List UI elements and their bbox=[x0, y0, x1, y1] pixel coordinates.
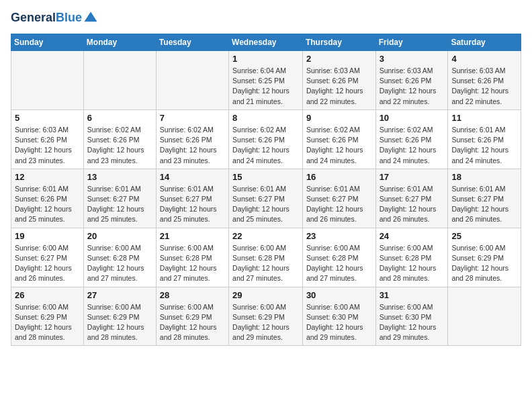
day-number: 24 bbox=[380, 231, 445, 241]
day-info: Sunrise: 6:04 AMSunset: 6:25 PMDaylight:… bbox=[232, 66, 299, 107]
day-info: Sunrise: 6:00 AMSunset: 6:30 PMDaylight:… bbox=[306, 302, 372, 343]
day-info: Sunrise: 6:02 AMSunset: 6:26 PMDaylight:… bbox=[160, 125, 225, 166]
header-cell-monday: Monday bbox=[83, 34, 156, 51]
day-cell: 11Sunrise: 6:01 AMSunset: 6:26 PMDayligh… bbox=[448, 109, 521, 169]
day-number: 11 bbox=[451, 113, 517, 123]
logo-text: GeneralBlue bbox=[11, 11, 82, 25]
calendar-table: SundayMondayTuesdayWednesdayThursdayFrid… bbox=[11, 34, 521, 346]
day-cell: 27Sunrise: 6:00 AMSunset: 6:29 PMDayligh… bbox=[83, 287, 156, 346]
header-cell-wednesday: Wednesday bbox=[229, 34, 303, 51]
day-number: 20 bbox=[87, 231, 152, 241]
week-row-0: 1Sunrise: 6:04 AMSunset: 6:25 PMDaylight… bbox=[11, 51, 521, 110]
day-info: Sunrise: 6:02 AMSunset: 6:26 PMDaylight:… bbox=[232, 125, 299, 166]
day-number: 4 bbox=[451, 54, 517, 64]
day-cell: 13Sunrise: 6:01 AMSunset: 6:27 PMDayligh… bbox=[83, 169, 156, 228]
day-cell: 24Sunrise: 6:00 AMSunset: 6:28 PMDayligh… bbox=[375, 228, 448, 287]
day-cell: 12Sunrise: 6:01 AMSunset: 6:26 PMDayligh… bbox=[11, 169, 84, 228]
day-cell bbox=[11, 51, 84, 110]
day-number: 14 bbox=[160, 172, 225, 182]
header: GeneralBlue bbox=[11, 11, 521, 26]
day-cell: 1Sunrise: 6:04 AMSunset: 6:25 PMDaylight… bbox=[229, 51, 303, 110]
day-info: Sunrise: 6:01 AMSunset: 6:26 PMDaylight:… bbox=[451, 125, 517, 166]
logo: GeneralBlue bbox=[11, 11, 98, 26]
day-cell: 5Sunrise: 6:03 AMSunset: 6:26 PMDaylight… bbox=[11, 109, 84, 169]
day-cell: 16Sunrise: 6:01 AMSunset: 6:27 PMDayligh… bbox=[302, 169, 375, 228]
day-number: 25 bbox=[451, 231, 517, 241]
day-cell: 20Sunrise: 6:00 AMSunset: 6:28 PMDayligh… bbox=[83, 228, 156, 287]
day-info: Sunrise: 6:00 AMSunset: 6:28 PMDaylight:… bbox=[380, 243, 445, 284]
day-info: Sunrise: 6:01 AMSunset: 6:27 PMDaylight:… bbox=[451, 184, 517, 225]
day-cell: 29Sunrise: 6:00 AMSunset: 6:29 PMDayligh… bbox=[229, 287, 303, 346]
day-info: Sunrise: 6:00 AMSunset: 6:27 PMDaylight:… bbox=[15, 243, 80, 284]
header-cell-sunday: Sunday bbox=[11, 34, 84, 51]
calendar-header: SundayMondayTuesdayWednesdayThursdayFrid… bbox=[11, 34, 521, 51]
week-row-1: 5Sunrise: 6:03 AMSunset: 6:26 PMDaylight… bbox=[11, 109, 521, 169]
day-info: Sunrise: 6:01 AMSunset: 6:27 PMDaylight:… bbox=[306, 184, 372, 225]
week-row-2: 12Sunrise: 6:01 AMSunset: 6:26 PMDayligh… bbox=[11, 169, 521, 228]
day-number: 27 bbox=[87, 290, 152, 300]
day-number: 2 bbox=[306, 54, 372, 64]
day-cell: 7Sunrise: 6:02 AMSunset: 6:26 PMDaylight… bbox=[156, 109, 228, 169]
day-cell: 8Sunrise: 6:02 AMSunset: 6:26 PMDaylight… bbox=[229, 109, 303, 169]
day-cell: 2Sunrise: 6:03 AMSunset: 6:26 PMDaylight… bbox=[302, 51, 375, 110]
svg-marker-0 bbox=[85, 11, 97, 21]
day-info: Sunrise: 6:00 AMSunset: 6:29 PMDaylight:… bbox=[15, 302, 80, 343]
day-info: Sunrise: 6:02 AMSunset: 6:26 PMDaylight:… bbox=[306, 125, 372, 166]
day-cell bbox=[448, 287, 521, 346]
day-cell: 28Sunrise: 6:00 AMSunset: 6:29 PMDayligh… bbox=[156, 287, 228, 346]
header-cell-tuesday: Tuesday bbox=[156, 34, 228, 51]
day-number: 9 bbox=[306, 113, 372, 123]
header-cell-friday: Friday bbox=[375, 34, 448, 51]
day-number: 28 bbox=[160, 290, 225, 300]
day-cell: 31Sunrise: 6:00 AMSunset: 6:30 PMDayligh… bbox=[375, 287, 448, 346]
week-row-4: 26Sunrise: 6:00 AMSunset: 6:29 PMDayligh… bbox=[11, 287, 521, 346]
day-info: Sunrise: 6:00 AMSunset: 6:28 PMDaylight:… bbox=[306, 243, 372, 284]
day-number: 18 bbox=[451, 172, 517, 182]
day-cell: 18Sunrise: 6:01 AMSunset: 6:27 PMDayligh… bbox=[448, 169, 521, 228]
day-number: 31 bbox=[380, 290, 445, 300]
day-number: 1 bbox=[232, 54, 299, 64]
day-info: Sunrise: 6:01 AMSunset: 6:27 PMDaylight:… bbox=[87, 184, 152, 225]
day-cell: 23Sunrise: 6:00 AMSunset: 6:28 PMDayligh… bbox=[302, 228, 375, 287]
day-cell bbox=[156, 51, 228, 110]
day-cell: 9Sunrise: 6:02 AMSunset: 6:26 PMDaylight… bbox=[302, 109, 375, 169]
day-cell: 21Sunrise: 6:00 AMSunset: 6:28 PMDayligh… bbox=[156, 228, 228, 287]
day-number: 23 bbox=[306, 231, 372, 241]
day-info: Sunrise: 6:00 AMSunset: 6:29 PMDaylight:… bbox=[160, 302, 225, 343]
day-cell: 25Sunrise: 6:00 AMSunset: 6:29 PMDayligh… bbox=[448, 228, 521, 287]
day-number: 16 bbox=[306, 172, 372, 182]
day-info: Sunrise: 6:01 AMSunset: 6:26 PMDaylight:… bbox=[15, 184, 80, 225]
logo-icon bbox=[83, 11, 98, 26]
day-number: 19 bbox=[15, 231, 80, 241]
day-cell: 15Sunrise: 6:01 AMSunset: 6:27 PMDayligh… bbox=[229, 169, 303, 228]
day-number: 6 bbox=[87, 113, 152, 123]
day-cell: 26Sunrise: 6:00 AMSunset: 6:29 PMDayligh… bbox=[11, 287, 84, 346]
day-info: Sunrise: 6:03 AMSunset: 6:26 PMDaylight:… bbox=[306, 66, 372, 107]
day-number: 15 bbox=[232, 172, 299, 182]
day-info: Sunrise: 6:00 AMSunset: 6:29 PMDaylight:… bbox=[451, 243, 517, 284]
day-info: Sunrise: 6:03 AMSunset: 6:26 PMDaylight:… bbox=[451, 66, 517, 107]
header-cell-saturday: Saturday bbox=[448, 34, 521, 51]
day-info: Sunrise: 6:02 AMSunset: 6:26 PMDaylight:… bbox=[87, 125, 152, 166]
day-number: 22 bbox=[232, 231, 299, 241]
day-info: Sunrise: 6:00 AMSunset: 6:28 PMDaylight:… bbox=[232, 243, 299, 284]
day-cell: 6Sunrise: 6:02 AMSunset: 6:26 PMDaylight… bbox=[83, 109, 156, 169]
day-number: 5 bbox=[15, 113, 80, 123]
day-cell: 4Sunrise: 6:03 AMSunset: 6:26 PMDaylight… bbox=[448, 51, 521, 110]
day-cell: 30Sunrise: 6:00 AMSunset: 6:30 PMDayligh… bbox=[302, 287, 375, 346]
day-info: Sunrise: 6:00 AMSunset: 6:28 PMDaylight:… bbox=[160, 243, 225, 284]
day-number: 13 bbox=[87, 172, 152, 182]
day-number: 30 bbox=[306, 290, 372, 300]
day-cell: 22Sunrise: 6:00 AMSunset: 6:28 PMDayligh… bbox=[229, 228, 303, 287]
week-row-3: 19Sunrise: 6:00 AMSunset: 6:27 PMDayligh… bbox=[11, 228, 521, 287]
day-cell bbox=[83, 51, 156, 110]
day-info: Sunrise: 6:00 AMSunset: 6:30 PMDaylight:… bbox=[380, 302, 445, 343]
day-info: Sunrise: 6:00 AMSunset: 6:29 PMDaylight:… bbox=[232, 302, 299, 343]
day-info: Sunrise: 6:02 AMSunset: 6:26 PMDaylight:… bbox=[380, 125, 445, 166]
day-cell: 17Sunrise: 6:01 AMSunset: 6:27 PMDayligh… bbox=[375, 169, 448, 228]
day-number: 21 bbox=[160, 231, 225, 241]
calendar-body: 1Sunrise: 6:04 AMSunset: 6:25 PMDaylight… bbox=[11, 51, 521, 346]
day-number: 17 bbox=[380, 172, 445, 182]
day-cell: 3Sunrise: 6:03 AMSunset: 6:26 PMDaylight… bbox=[375, 51, 448, 110]
day-cell: 10Sunrise: 6:02 AMSunset: 6:26 PMDayligh… bbox=[375, 109, 448, 169]
